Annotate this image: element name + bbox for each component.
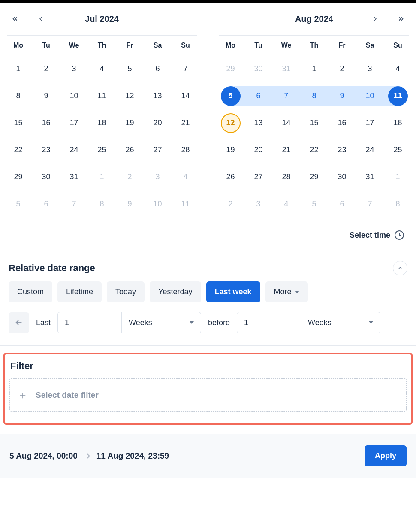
next-year-button[interactable] (395, 12, 407, 25)
calendar-day[interactable]: 10 (360, 86, 380, 106)
calendar-day[interactable]: 13 (148, 86, 168, 106)
calendar-day[interactable]: 6 (332, 194, 352, 214)
calendar-day[interactable]: 17 (64, 113, 84, 133)
preset-custom[interactable]: Custom (9, 281, 52, 302)
calendar-day[interactable]: 26 (120, 140, 140, 160)
calendar-day[interactable]: 2 (332, 59, 352, 79)
calendar-day[interactable]: 5 (9, 194, 28, 214)
calendar-day[interactable]: 5 (120, 59, 140, 79)
last-amount-input[interactable] (57, 312, 122, 333)
calendar-day[interactable]: 24 (360, 140, 380, 160)
calendar-day[interactable]: 25 (388, 140, 408, 160)
calendar-day[interactable]: 31 (277, 59, 296, 79)
select-time-button[interactable]: Select time (0, 218, 416, 252)
calendar-day[interactable]: 27 (249, 167, 268, 187)
calendar-day[interactable]: 14 (176, 86, 196, 106)
calendar-day[interactable]: 9 (36, 86, 56, 106)
calendar-day[interactable]: 21 (277, 140, 296, 160)
calendar-day[interactable]: 30 (332, 167, 352, 187)
calendar-day[interactable]: 29 (9, 167, 28, 187)
calendar-day[interactable]: 13 (249, 113, 268, 133)
calendar-day[interactable]: 4 (277, 194, 296, 214)
calendar-day[interactable]: 3 (148, 167, 168, 187)
calendar-day[interactable]: 16 (332, 113, 352, 133)
calendar-day[interactable]: 29 (221, 59, 241, 79)
calendar-day[interactable]: 8 (92, 194, 112, 214)
calendar-day[interactable]: 7 (176, 59, 196, 79)
calendar-day[interactable]: 2 (36, 59, 56, 79)
apply-button[interactable]: Apply (365, 445, 407, 466)
calendar-day[interactable]: 3 (64, 59, 84, 79)
calendar-day[interactable]: 8 (304, 86, 324, 106)
calendar-day[interactable]: 9 (332, 86, 352, 106)
calendar-day[interactable]: 6 (249, 86, 268, 106)
back-button[interactable] (9, 312, 29, 333)
preset-more[interactable]: More (265, 281, 308, 302)
calendar-day[interactable]: 28 (277, 167, 296, 187)
calendar-day[interactable]: 11 (92, 86, 112, 106)
today-marker[interactable]: 12 (221, 113, 241, 133)
preset-yesterday[interactable]: Yesterday (150, 281, 201, 302)
calendar-day[interactable]: 28 (176, 140, 196, 160)
calendar-day[interactable]: 17 (360, 113, 380, 133)
calendar-day[interactable]: 31 (64, 167, 84, 187)
calendar-day[interactable]: 30 (249, 59, 268, 79)
range-start-day[interactable]: 5 (221, 86, 241, 106)
calendar-day[interactable]: 7 (64, 194, 84, 214)
calendar-day[interactable]: 11 (176, 194, 196, 214)
next-month-button[interactable] (369, 12, 382, 25)
calendar-day[interactable]: 20 (249, 140, 268, 160)
calendar-day[interactable]: 25 (92, 140, 112, 160)
calendar-day[interactable]: 22 (9, 140, 28, 160)
calendar-day[interactable]: 10 (148, 194, 168, 214)
calendar-day[interactable]: 4 (176, 167, 196, 187)
add-date-filter-button[interactable]: ＋ Select date filter (9, 378, 407, 412)
range-end-day[interactable]: 11 (388, 86, 408, 106)
calendar-day[interactable]: 27 (148, 140, 168, 160)
calendar-day[interactable]: 19 (221, 140, 241, 160)
calendar-day[interactable]: 16 (36, 113, 56, 133)
calendar-day[interactable]: 1 (9, 59, 28, 79)
prev-month-button[interactable] (34, 12, 47, 25)
calendar-day[interactable]: 2 (221, 194, 241, 214)
calendar-day[interactable]: 3 (249, 194, 268, 214)
calendar-day[interactable]: 9 (120, 194, 140, 214)
calendar-day[interactable]: 1 (304, 59, 324, 79)
calendar-day[interactable]: 7 (360, 194, 380, 214)
before-amount-input[interactable] (237, 312, 301, 333)
preset-lifetime[interactable]: Lifetime (57, 281, 102, 302)
calendar-day[interactable]: 22 (304, 140, 324, 160)
calendar-day[interactable]: 23 (36, 140, 56, 160)
calendar-day[interactable]: 14 (277, 113, 296, 133)
calendar-day[interactable]: 10 (64, 86, 84, 106)
calendar-day[interactable]: 24 (64, 140, 84, 160)
collapse-button[interactable] (393, 261, 407, 275)
calendar-day[interactable]: 15 (9, 113, 28, 133)
calendar-day[interactable]: 6 (148, 59, 168, 79)
calendar-day[interactable]: 19 (120, 113, 140, 133)
calendar-day[interactable]: 7 (277, 86, 296, 106)
calendar-day[interactable]: 12 (120, 86, 140, 106)
calendar-day[interactable]: 20 (148, 113, 168, 133)
calendar-day[interactable]: 29 (304, 167, 324, 187)
calendar-day[interactable]: 1 (388, 167, 408, 187)
preset-last-week[interactable]: Last week (206, 281, 260, 302)
calendar-day[interactable]: 4 (388, 59, 408, 79)
before-unit-select[interactable]: Weeks (301, 312, 380, 333)
calendar-day[interactable]: 23 (332, 140, 352, 160)
calendar-day[interactable]: 5 (304, 194, 324, 214)
calendar-day[interactable]: 4 (92, 59, 112, 79)
calendar-day[interactable]: 15 (304, 113, 324, 133)
calendar-day[interactable]: 18 (388, 113, 408, 133)
calendar-day[interactable]: 3 (360, 59, 380, 79)
calendar-day[interactable]: 26 (221, 167, 241, 187)
prev-year-button[interactable] (9, 12, 21, 25)
calendar-day[interactable]: 21 (176, 113, 196, 133)
calendar-day[interactable]: 31 (360, 167, 380, 187)
calendar-day[interactable]: 6 (36, 194, 56, 214)
calendar-day[interactable]: 2 (120, 167, 140, 187)
calendar-day[interactable]: 18 (92, 113, 112, 133)
calendar-day[interactable]: 1 (92, 167, 112, 187)
calendar-day[interactable]: 8 (9, 86, 28, 106)
calendar-day[interactable]: 8 (388, 194, 408, 214)
